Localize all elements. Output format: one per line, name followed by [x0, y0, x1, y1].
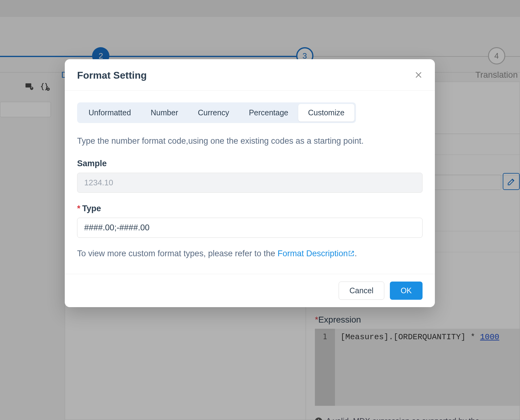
tab-customize[interactable]: Customize: [298, 104, 354, 121]
sample-output: 1234.10: [77, 173, 423, 193]
external-link-icon: [348, 249, 355, 259]
close-button[interactable]: [415, 71, 423, 80]
tab-currency[interactable]: Currency: [188, 104, 239, 121]
cancel-button[interactable]: Cancel: [339, 282, 384, 300]
description-text: Type the number format code,using one th…: [77, 135, 423, 147]
format-tabs: Unformatted Number Currency Percentage C…: [77, 102, 356, 123]
sample-label: Sample: [77, 159, 423, 168]
format-setting-dialog: Format Setting Unformatted Number Curren…: [65, 59, 435, 307]
footer-help-text: To view more custom format types, please…: [77, 249, 423, 259]
tab-percentage[interactable]: Percentage: [239, 104, 298, 121]
tab-unformatted[interactable]: Unformatted: [79, 104, 141, 121]
type-input[interactable]: [77, 218, 423, 238]
tab-number[interactable]: Number: [141, 104, 188, 121]
format-description-link[interactable]: Format Description: [278, 249, 355, 258]
ok-button[interactable]: OK: [390, 282, 423, 300]
type-label: *Type: [77, 204, 423, 213]
dialog-title: Format Setting: [77, 70, 147, 81]
